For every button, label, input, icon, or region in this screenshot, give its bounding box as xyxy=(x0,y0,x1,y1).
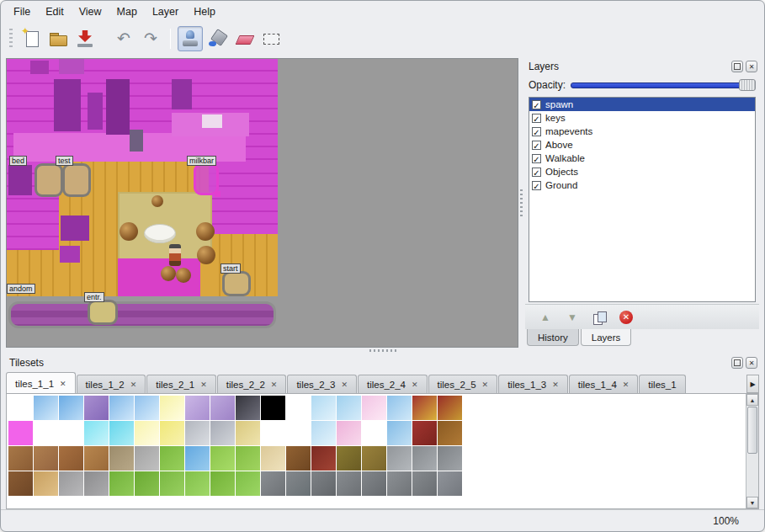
tileset-tab-tiles_2_2[interactable]: tiles_2_2✕ xyxy=(217,375,287,393)
tile-swatch[interactable] xyxy=(387,421,412,445)
tile-swatch[interactable] xyxy=(135,446,159,471)
duplicate-layer-button[interactable] xyxy=(589,308,609,327)
tile-swatch[interactable] xyxy=(8,396,33,420)
menu-help[interactable]: Help xyxy=(186,3,223,20)
tile-swatch[interactable] xyxy=(412,396,437,420)
layer-visibility-checkbox[interactable]: ✓ xyxy=(532,168,541,177)
tile-swatch[interactable] xyxy=(311,396,336,420)
tile-swatch[interactable] xyxy=(160,421,184,445)
tile-swatch[interactable] xyxy=(387,471,412,496)
tile-swatch[interactable] xyxy=(236,396,260,420)
tile-swatch[interactable] xyxy=(210,446,235,471)
close-tab-icon[interactable]: ✕ xyxy=(552,380,559,389)
menu-map[interactable]: Map xyxy=(109,3,145,20)
tile-swatch[interactable] xyxy=(286,446,311,471)
close-dock-icon[interactable]: ✕ xyxy=(746,61,757,72)
tile-swatch[interactable] xyxy=(337,446,361,471)
map-object-test[interactable] xyxy=(62,163,91,197)
tile-swatch[interactable] xyxy=(261,421,285,445)
tile-swatch[interactable] xyxy=(160,471,184,496)
lower-layer-button[interactable] xyxy=(562,308,582,327)
tile-swatch[interactable] xyxy=(337,471,361,496)
menu-layer[interactable]: Layer xyxy=(145,3,186,20)
stamp-brush-tool-button[interactable] xyxy=(178,26,203,51)
tile-swatch[interactable] xyxy=(337,421,361,445)
tile-swatch[interactable] xyxy=(236,471,260,496)
tab-history[interactable]: History xyxy=(527,329,579,346)
layer-visibility-checkbox[interactable]: ✓ xyxy=(532,181,541,190)
layer-row-walkable[interactable]: ✓Walkable xyxy=(529,152,755,165)
tile-swatch[interactable] xyxy=(185,421,210,445)
tile-swatch[interactable] xyxy=(8,446,33,471)
tile-swatch[interactable] xyxy=(135,396,159,420)
tile-swatch[interactable] xyxy=(59,421,83,445)
tile-swatch[interactable] xyxy=(135,471,159,496)
tile-swatch[interactable] xyxy=(337,396,361,420)
tile-swatch[interactable] xyxy=(261,446,285,471)
opacity-slider[interactable] xyxy=(571,78,756,92)
layer-row-ground[interactable]: ✓Ground xyxy=(529,178,755,192)
tile-swatch[interactable] xyxy=(438,446,462,471)
tile-swatch[interactable] xyxy=(438,396,462,420)
tile-swatch[interactable] xyxy=(412,421,437,445)
menu-edit[interactable]: Edit xyxy=(38,3,72,20)
layer-row-above[interactable]: ✓Above xyxy=(529,138,755,152)
tile-swatch[interactable] xyxy=(84,446,109,471)
tileset-tab-tiles_2_4[interactable]: tiles_2_4✕ xyxy=(358,375,428,393)
tile-swatch[interactable] xyxy=(84,396,109,420)
layer-visibility-checkbox[interactable]: ✓ xyxy=(532,114,541,123)
tileset-tab-tiles_2_5[interactable]: tiles_2_5✕ xyxy=(428,375,498,393)
tile-swatch[interactable] xyxy=(362,446,386,471)
tile-swatch[interactable] xyxy=(59,396,83,420)
close-tab-icon[interactable]: ✕ xyxy=(412,380,418,389)
tile-swatch[interactable] xyxy=(34,471,58,496)
tile-swatch[interactable] xyxy=(438,421,462,445)
layer-visibility-checkbox[interactable]: ✓ xyxy=(532,154,541,163)
tab-scroll-right-button[interactable]: ▶ xyxy=(746,375,759,393)
tile-swatch[interactable] xyxy=(109,446,134,471)
save-map-button[interactable] xyxy=(72,26,98,51)
tile-swatch[interactable] xyxy=(84,471,109,496)
new-map-button[interactable] xyxy=(19,26,44,51)
tile-swatch[interactable] xyxy=(362,396,386,420)
close-tab-icon[interactable]: ✕ xyxy=(60,380,66,388)
tile-swatch[interactable] xyxy=(387,396,412,420)
tile-swatch[interactable] xyxy=(109,421,134,445)
tile-swatch[interactable] xyxy=(135,421,159,445)
layer-row-spawn[interactable]: ✓spawn xyxy=(529,98,755,111)
tile-swatch[interactable] xyxy=(236,446,260,471)
layer-row-objects[interactable]: ✓Objects xyxy=(529,165,755,178)
opacity-slider-handle[interactable] xyxy=(739,79,756,91)
close-tab-icon[interactable]: ✕ xyxy=(623,380,630,389)
tile-swatch[interactable] xyxy=(8,471,33,496)
tile-swatch[interactable] xyxy=(59,446,83,471)
map-canvas[interactable]: bedtestmilkbarstartentr.andom xyxy=(7,59,279,330)
close-tab-icon[interactable]: ✕ xyxy=(130,380,137,389)
tile-swatch[interactable] xyxy=(311,446,336,471)
map-object-milkbar[interactable] xyxy=(194,163,219,195)
tileset-palette[interactable] xyxy=(7,394,746,508)
layer-visibility-checkbox[interactable]: ✓ xyxy=(532,100,541,109)
tile-swatch[interactable] xyxy=(8,421,33,445)
tileset-tab-tiles_1_3[interactable]: tiles_1_3✕ xyxy=(498,375,568,393)
tile-swatch[interactable] xyxy=(412,446,437,471)
tile-swatch[interactable] xyxy=(311,471,336,496)
tile-swatch[interactable] xyxy=(362,421,386,445)
scroll-down-button[interactable]: ▼ xyxy=(746,497,758,508)
tile-swatch[interactable] xyxy=(412,471,437,496)
scroll-up-button[interactable]: ▲ xyxy=(746,394,758,406)
tile-swatch[interactable] xyxy=(286,421,311,445)
tileset-tab-tiles_1_2[interactable]: tiles_1_2✕ xyxy=(77,375,146,393)
tile-swatch[interactable] xyxy=(210,396,235,420)
map-object-bed[interactable] xyxy=(35,163,63,197)
tile-swatch[interactable] xyxy=(160,446,184,471)
tile-swatch[interactable] xyxy=(387,446,412,471)
tileset-tab-tiles_1_4[interactable]: tiles_1_4✕ xyxy=(569,375,639,393)
remove-layer-button[interactable] xyxy=(616,308,636,327)
tile-swatch[interactable] xyxy=(34,421,58,445)
tile-swatch[interactable] xyxy=(160,396,184,420)
undo-button[interactable] xyxy=(111,26,136,51)
scrollbar-thumb[interactable] xyxy=(747,407,757,454)
layer-visibility-checkbox[interactable]: ✓ xyxy=(532,141,541,150)
open-map-button[interactable] xyxy=(45,26,71,51)
